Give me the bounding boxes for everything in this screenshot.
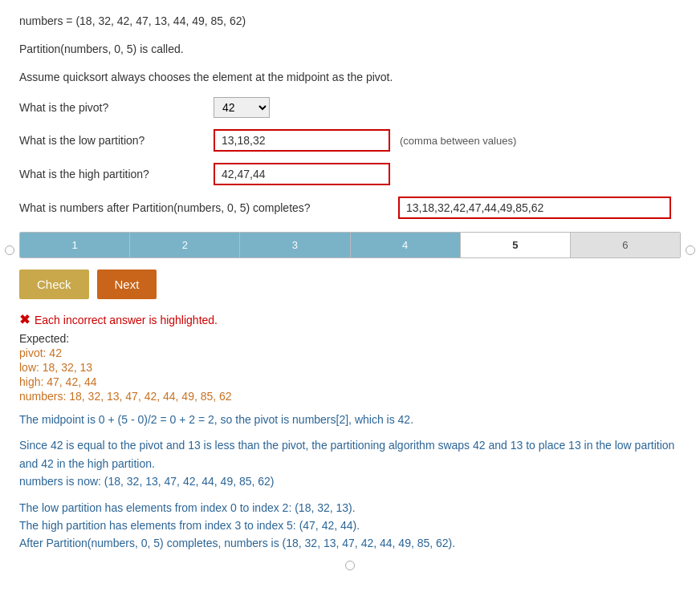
progress-step-6[interactable]: 6 — [571, 233, 680, 257]
button-row: Check Next — [19, 270, 681, 299]
error-line: ✖ Each incorrect answer is highlighted. — [19, 312, 681, 327]
numbers-line: numbers = (18, 32, 42, 47, 13, 44, 49, 8… — [19, 13, 681, 30]
after-input[interactable] — [398, 197, 671, 219]
expected-label: Expected: — [19, 332, 681, 345]
pivot-expected: pivot: 42 — [19, 347, 681, 359]
high-question-row: What is the high partition? — [19, 163, 681, 185]
after-label: What is numbers after Partition(numbers,… — [19, 200, 389, 217]
low-input[interactable] — [214, 129, 390, 152]
progress-step-2[interactable]: 2 — [130, 233, 240, 257]
explanation-section: The midpoint is 0 + (5 - 0)/2 = 0 + 2 = … — [19, 411, 681, 553]
pivot-select[interactable]: 42 13 47 — [214, 97, 270, 118]
low-question-row: What is the low partition? (comma betwee… — [19, 129, 681, 152]
assumption-text: Assume quicksort always chooses the elem… — [19, 71, 393, 83]
low-expected: low: 18, 32, 13 — [19, 361, 681, 374]
right-dot — [686, 245, 695, 255]
progress-step-3[interactable]: 3 — [240, 233, 350, 257]
progress-step-4[interactable]: 4 — [351, 233, 461, 257]
high-expected: high: 47, 42, 44 — [19, 375, 681, 388]
swap-text: Since 42 is equal to the pivot and 13 is… — [19, 439, 674, 469]
check-button[interactable]: Check — [19, 270, 89, 299]
feedback-section: ✖ Each incorrect answer is highlighted. … — [19, 312, 681, 553]
numbers-expected: numbers: 18, 32, 13, 47, 42, 44, 49, 85,… — [19, 390, 681, 403]
after-question-row: What is numbers after Partition(numbers,… — [19, 197, 681, 219]
next-button[interactable]: Next — [97, 270, 157, 299]
assumption-line: Assume quicksort always chooses the elem… — [19, 69, 681, 86]
comma-hint: (comma between values) — [400, 135, 516, 147]
left-dot — [5, 245, 14, 255]
pivot-question-row: What is the pivot? 42 13 47 — [19, 97, 681, 118]
partition-call-line: Partition(numbers, 0, 5) is called. — [19, 41, 681, 58]
progress-step-1[interactable]: 1 — [20, 233, 130, 257]
after-partition-text: After Partition(numbers, 0, 5) completes… — [19, 537, 455, 549]
midpoint-explanation: The midpoint is 0 + (5 - 0)/2 = 0 + 2 = … — [19, 411, 681, 428]
low-range-text: The low partition has elements from inde… — [19, 501, 356, 514]
partition-call-text: Partition(numbers, 0, 5) is called. — [19, 43, 184, 55]
progress-bar: 1 2 3 4 5 6 — [19, 232, 681, 258]
numbers-text: numbers = (18, 32, 42, 47, 13, 44, 49, 8… — [19, 14, 246, 27]
now-text: numbers is now: (18, 32, 13, 47, 42, 44,… — [19, 475, 275, 488]
bottom-dot — [345, 561, 355, 570]
error-icon: ✖ — [19, 312, 30, 327]
progress-step-5[interactable]: 5 — [461, 233, 571, 257]
low-label: What is the low partition? — [19, 132, 204, 149]
pivot-label: What is the pivot? — [19, 99, 204, 116]
range-explanation: The low partition has elements from inde… — [19, 499, 681, 553]
error-message: Each incorrect answer is highlighted. — [35, 314, 218, 326]
high-input[interactable] — [214, 163, 390, 185]
high-label: What is the high partition? — [19, 166, 204, 183]
high-range-text: The high partition has elements from ind… — [19, 519, 360, 532]
bottom-dot-container — [19, 561, 681, 570]
swap-explanation: Since 42 is equal to the pivot and 13 is… — [19, 436, 681, 490]
